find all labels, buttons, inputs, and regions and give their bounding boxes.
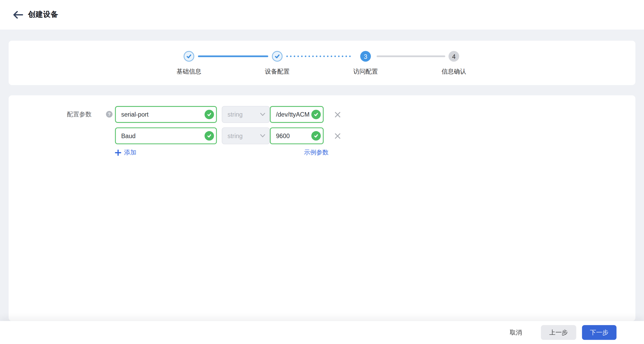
page-header: 创建设备 [0,0,644,30]
help-icon[interactable]: ? [106,111,113,118]
config-params-label: 配置参数 [67,110,92,118]
check-icon [274,53,280,59]
plus-icon [115,150,121,156]
back-button[interactable] [12,9,24,20]
wizard-footer: 取消 上一步 下一步 [0,321,644,344]
step-3-circle: 3 [360,51,371,62]
param-value-wrapper [270,127,324,144]
remove-row-button[interactable] [334,132,341,140]
chevron-down-icon [260,134,265,138]
valid-check-icon [311,131,321,140]
form-card: 配置参数 ? * string [9,95,635,321]
stepper-card: 基础信息 设备配置 3 访问配置 4 信息确认 [9,41,635,85]
close-icon [334,133,341,139]
remove-row-button[interactable] [334,111,341,118]
cancel-button[interactable]: 取消 [505,325,527,340]
type-select: string [222,106,270,123]
step-4-number: 4 [452,53,456,60]
step-2-label: 设备配置 [249,68,306,76]
stepper-connector-done [198,55,268,57]
step-1-circle [184,51,194,62]
stepper-connector-pending [377,55,445,57]
type-select: string [222,127,270,144]
type-select-value: string [228,132,260,139]
step-3-number: 3 [364,53,367,60]
add-param-button[interactable]: 添加 [115,149,136,157]
param-value-wrapper [270,106,324,123]
stepper-connector-dotted [286,55,351,57]
example-params-link[interactable]: 示例参数 [270,149,329,157]
close-icon [334,111,341,118]
param-key-input[interactable] [115,106,217,123]
step-4-circle: 4 [448,51,459,62]
previous-step-button[interactable]: 上一步 [541,325,576,340]
valid-check-icon [204,110,214,119]
chevron-down-icon [260,113,265,116]
next-step-button[interactable]: 下一步 [582,325,616,340]
arrow-left-icon [13,11,23,18]
param-key-input[interactable] [115,127,217,144]
check-icon [186,53,192,59]
step-1-label: 基础信息 [160,68,218,76]
step-2-circle [272,51,283,62]
create-device-page: 创建设备 基础信息 设备配置 3 访问配置 4 信息确认 [0,0,644,344]
valid-check-icon [204,131,214,140]
valid-check-icon [311,110,321,119]
param-key-wrapper [115,127,217,144]
step-3-label: 访问配置 [337,68,394,76]
page-title: 创建设备 [28,9,58,19]
type-select-value: string [228,111,260,118]
param-key-wrapper [115,106,217,123]
add-param-label: 添加 [124,149,136,157]
step-4-label: 信息确认 [425,68,483,76]
